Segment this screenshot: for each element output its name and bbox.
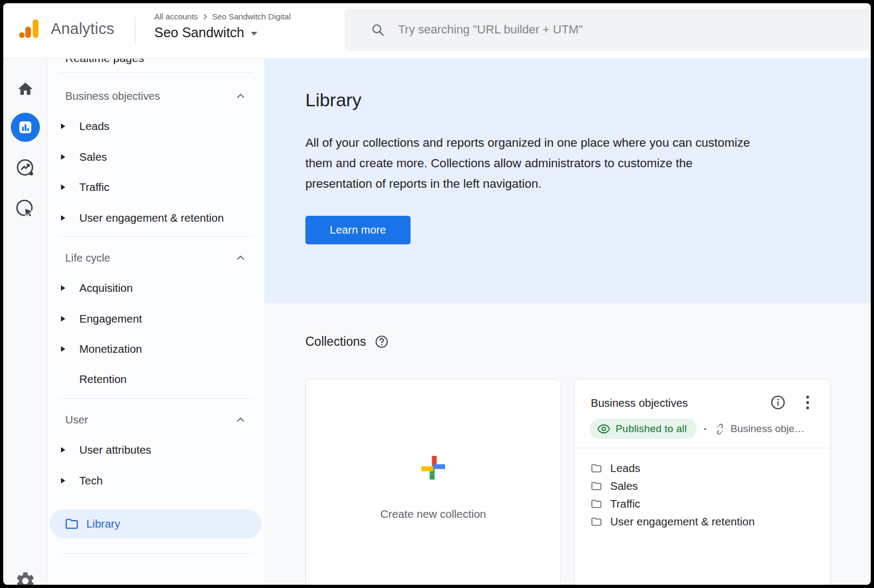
page-title: Library xyxy=(305,90,361,111)
folder-icon xyxy=(591,517,602,527)
linked-collection-name: Business obje… xyxy=(730,423,804,435)
chevron-up-icon xyxy=(236,93,245,99)
card-divider xyxy=(575,448,830,448)
reports-selected-circle xyxy=(11,113,40,142)
chevron-up-icon xyxy=(236,255,245,261)
breadcrumb: All accounts Seo Sandwitch Digital xyxy=(154,12,291,21)
eye-icon xyxy=(597,424,610,434)
sidebar-item-acquisition[interactable]: Acquisition xyxy=(48,273,264,303)
app-header: Analytics All accounts Seo Sandwitch Dig… xyxy=(3,3,871,58)
sidebar-section-life-cycle[interactable]: Life cycle xyxy=(48,245,264,270)
report-nav-sidebar: Realtime pages Business objectives Leads… xyxy=(48,58,264,585)
explore-nav-button[interactable] xyxy=(15,157,36,181)
search-icon xyxy=(371,23,385,37)
triangle-right-icon xyxy=(61,124,65,129)
gear-icon xyxy=(15,570,36,585)
sidebar-item-library[interactable]: Library xyxy=(50,509,262,538)
home-nav-button[interactable] xyxy=(17,80,34,100)
main-content: Library All of your collections and repo… xyxy=(264,58,871,585)
folder-icon xyxy=(591,463,602,473)
triangle-right-icon xyxy=(61,346,65,352)
banner-description: All of your collections and reports orga… xyxy=(305,133,750,194)
folder-icon xyxy=(591,499,602,509)
library-banner: Library All of your collections and repo… xyxy=(264,58,871,303)
sidebar-item-retention[interactable]: Retention xyxy=(48,364,264,394)
chevron-up-icon xyxy=(236,416,245,423)
search-input[interactable] xyxy=(398,23,871,37)
sidebar-section-user[interactable]: User xyxy=(48,407,264,432)
collections-header: Collections xyxy=(305,334,389,349)
sidebar-divider xyxy=(60,398,252,399)
sidebar-item-engagement[interactable]: Engagement xyxy=(48,304,264,334)
info-icon[interactable] xyxy=(770,394,786,411)
help-icon[interactable] xyxy=(374,334,389,349)
sidebar-item-user-engagement[interactable]: User engagement & retention xyxy=(48,203,264,233)
folder-icon xyxy=(591,481,602,491)
app-window: Analytics All accounts Seo Sandwitch Dig… xyxy=(3,3,871,585)
property-selector[interactable]: Seo Sandwitch xyxy=(154,25,291,40)
sidebar-divider xyxy=(60,553,252,554)
reports-icon xyxy=(18,120,33,135)
sidebar-divider xyxy=(60,72,252,73)
sidebar-item-traffic[interactable]: Traffic xyxy=(48,172,264,202)
analytics-logo-icon xyxy=(17,16,42,41)
advertising-nav-button[interactable] xyxy=(15,198,36,222)
analytics-logo[interactable]: Analytics xyxy=(17,16,114,41)
product-name: Analytics xyxy=(51,20,114,38)
collection-status-row: Published to all · Business obje… xyxy=(590,418,804,440)
collection-topic-list: Leads Sales Traffic User engagement & re… xyxy=(591,459,820,530)
create-collection-card[interactable]: Create new collection xyxy=(305,379,561,585)
list-item: Traffic xyxy=(591,495,820,512)
account-block: All accounts Seo Sandwitch Digital Seo S… xyxy=(154,12,291,40)
section-label: Life cycle xyxy=(65,252,236,264)
admin-settings-button[interactable] xyxy=(15,570,36,585)
kebab-menu-icon[interactable] xyxy=(802,394,813,411)
caret-down-icon xyxy=(251,32,257,36)
sidebar-item-monetization[interactable]: Monetization xyxy=(48,334,264,364)
learn-more-button[interactable]: Learn more xyxy=(305,216,411,244)
triangle-right-icon xyxy=(61,215,65,221)
explore-icon xyxy=(15,157,36,179)
sidebar-item-tech[interactable]: Tech xyxy=(48,466,264,496)
section-label: Business objectives xyxy=(65,90,236,102)
list-item: User engagement & retention xyxy=(591,512,820,530)
create-collection-label: Create new collection xyxy=(306,508,561,521)
nav-rail xyxy=(3,58,47,585)
property-name: Seo Sandwitch xyxy=(154,25,244,40)
search-bar[interactable] xyxy=(345,9,871,51)
sidebar-divider xyxy=(60,236,252,237)
collections-heading: Collections xyxy=(305,334,366,349)
sidebar-item-sales[interactable]: Sales xyxy=(48,142,264,172)
breadcrumb-all-accounts[interactable]: All accounts xyxy=(154,12,198,21)
advertising-icon xyxy=(15,198,36,220)
collection-card-title: Business objectives xyxy=(591,396,688,409)
triangle-right-icon xyxy=(61,447,65,453)
collection-card-business-objectives: Business objectives xyxy=(574,379,831,585)
list-item: Sales xyxy=(591,477,820,495)
header-divider xyxy=(135,17,135,44)
dot-separator: · xyxy=(704,422,707,435)
breadcrumb-account-name[interactable]: Seo Sandwitch Digital xyxy=(212,12,291,21)
home-icon xyxy=(17,80,34,98)
triangle-right-icon xyxy=(61,478,65,483)
link-off-icon xyxy=(714,423,726,435)
folder-icon xyxy=(65,518,79,530)
sidebar-item-leads[interactable]: Leads xyxy=(48,111,264,141)
linked-collection: Business obje… xyxy=(714,423,804,435)
published-badge: Published to all xyxy=(590,419,697,439)
triangle-right-icon xyxy=(61,184,65,190)
reports-nav-button[interactable] xyxy=(11,113,40,142)
triangle-right-icon xyxy=(61,285,65,291)
triangle-right-icon xyxy=(61,154,65,160)
sidebar-item-realtime-pages[interactable]: Realtime pages xyxy=(65,58,144,66)
google-plus-icon xyxy=(420,455,446,483)
triangle-right-icon xyxy=(61,316,65,322)
chevron-right-icon xyxy=(201,13,209,20)
sidebar-section-business-objectives[interactable]: Business objectives xyxy=(48,84,264,108)
section-label: User xyxy=(65,414,236,426)
sidebar-item-user-attributes[interactable]: User attributes xyxy=(48,435,264,465)
list-item: Leads xyxy=(591,459,820,477)
